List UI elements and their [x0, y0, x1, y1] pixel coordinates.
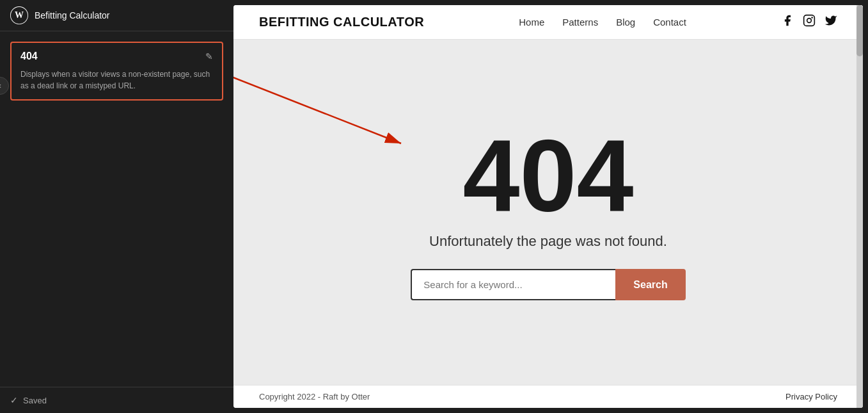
svg-text:W: W — [15, 10, 24, 20]
wordpress-logo: W — [10, 6, 28, 24]
svg-rect-5 — [804, 15, 815, 26]
social-icons — [781, 14, 837, 30]
nav-blog[interactable]: Blog — [616, 17, 635, 28]
sidebar: W Befitting Calculator 404 ✎ Displays wh… — [0, 0, 233, 413]
site-nav: Home Patterns Blog Contact — [519, 17, 686, 28]
page-card-title: 404 — [20, 51, 38, 62]
nav-contact[interactable]: Contact — [653, 17, 686, 28]
saved-label: Saved — [23, 396, 47, 405]
error-content: 404 Unfortunately the page was not found… — [233, 40, 863, 385]
edit-icon[interactable]: ✎ — [205, 51, 213, 61]
nav-home[interactable]: Home — [519, 17, 544, 28]
collapse-button[interactable]: ‹ — [0, 77, 9, 95]
search-button[interactable]: Search — [615, 269, 685, 300]
scrollbar[interactable] — [856, 5, 863, 408]
page-card-header: 404 ✎ — [20, 51, 213, 62]
site-logo: BEFITTING CALCULATOR — [259, 15, 424, 29]
site-footer: Copyright 2022 - Raft by Otter Privacy P… — [233, 385, 863, 408]
footer-privacy[interactable]: Privacy Policy — [785, 392, 837, 401]
sidebar-title: Befitting Calculator — [35, 10, 110, 20]
saved-check-icon: ✓ — [10, 395, 18, 405]
instagram-icon[interactable] — [803, 14, 816, 30]
preview-area: BEFITTING CALCULATOR Home Patterns Blog … — [233, 5, 863, 408]
search-input[interactable] — [411, 269, 615, 300]
svg-point-6 — [807, 19, 812, 23]
error-code: 404 — [463, 124, 634, 227]
chevron-left-icon: ‹ — [0, 81, 1, 90]
nav-patterns[interactable]: Patterns — [562, 17, 598, 28]
search-row: Search — [411, 269, 685, 300]
sidebar-header: W Befitting Calculator — [0, 0, 233, 31]
site-header: BEFITTING CALCULATOR Home Patterns Blog … — [233, 5, 863, 40]
error-message: Unfortunately the page was not found. — [429, 233, 667, 250]
page-card-description: Displays when a visitor views a non-exis… — [20, 69, 213, 92]
svg-point-7 — [811, 17, 813, 19]
page-card: 404 ✎ Displays when a visitor views a no… — [10, 42, 223, 101]
footer-copyright: Copyright 2022 - Raft by Otter — [259, 392, 370, 401]
scrollbar-thumb[interactable] — [856, 5, 863, 56]
facebook-icon[interactable] — [781, 14, 794, 30]
sidebar-footer: ✓ Saved — [0, 387, 233, 413]
twitter-icon[interactable] — [825, 14, 837, 30]
